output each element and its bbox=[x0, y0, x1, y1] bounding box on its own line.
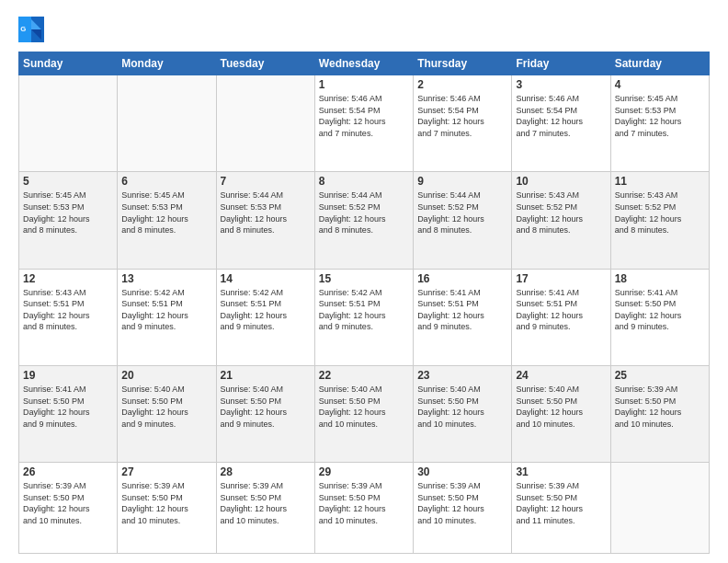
day-number: 20 bbox=[121, 369, 211, 382]
calendar-cell bbox=[118, 75, 216, 172]
calendar-week-5: 26Sunrise: 5:39 AM Sunset: 5:50 PM Dayli… bbox=[19, 463, 710, 554]
calendar-cell: 2Sunrise: 5:46 AM Sunset: 5:54 PM Daylig… bbox=[414, 75, 512, 172]
calendar-cell: 17Sunrise: 5:41 AM Sunset: 5:51 PM Dayli… bbox=[512, 269, 610, 365]
calendar-table: SundayMondayTuesdayWednesdayThursdayFrid… bbox=[18, 52, 710, 554]
calendar-cell: 9Sunrise: 5:44 AM Sunset: 5:52 PM Daylig… bbox=[414, 172, 512, 269]
day-info: Sunrise: 5:41 AM Sunset: 5:50 PM Dayligh… bbox=[23, 384, 113, 430]
svg-text:G: G bbox=[20, 25, 26, 33]
calendar-cell: 25Sunrise: 5:39 AM Sunset: 5:50 PM Dayli… bbox=[610, 365, 709, 462]
calendar-cell: 23Sunrise: 5:40 AM Sunset: 5:50 PM Dayli… bbox=[414, 365, 512, 462]
day-number: 3 bbox=[516, 78, 606, 91]
day-number: 26 bbox=[23, 465, 113, 478]
weekday-header-wednesday: Wednesday bbox=[314, 52, 413, 75]
day-info: Sunrise: 5:43 AM Sunset: 5:52 PM Dayligh… bbox=[516, 190, 606, 236]
calendar-cell bbox=[610, 463, 709, 554]
day-number: 12 bbox=[23, 272, 113, 285]
weekday-header-tuesday: Tuesday bbox=[216, 52, 314, 75]
day-info: Sunrise: 5:41 AM Sunset: 5:50 PM Dayligh… bbox=[615, 287, 705, 333]
day-number: 6 bbox=[121, 175, 211, 188]
weekday-header-sunday: Sunday bbox=[19, 52, 118, 75]
day-info: Sunrise: 5:40 AM Sunset: 5:50 PM Dayligh… bbox=[319, 384, 409, 430]
day-number: 31 bbox=[516, 465, 606, 478]
day-info: Sunrise: 5:44 AM Sunset: 5:52 PM Dayligh… bbox=[417, 190, 507, 236]
calendar-cell: 4Sunrise: 5:45 AM Sunset: 5:53 PM Daylig… bbox=[610, 75, 709, 172]
calendar-cell: 31Sunrise: 5:39 AM Sunset: 5:50 PM Dayli… bbox=[512, 463, 610, 554]
day-info: Sunrise: 5:45 AM Sunset: 5:53 PM Dayligh… bbox=[23, 190, 113, 236]
calendar-cell: 6Sunrise: 5:45 AM Sunset: 5:53 PM Daylig… bbox=[118, 172, 216, 269]
day-number: 21 bbox=[221, 369, 311, 382]
calendar-cell: 14Sunrise: 5:42 AM Sunset: 5:51 PM Dayli… bbox=[216, 269, 314, 365]
day-number: 5 bbox=[23, 175, 113, 188]
weekday-header-monday: Monday bbox=[118, 52, 216, 75]
calendar-cell bbox=[19, 75, 118, 172]
calendar-cell: 3Sunrise: 5:46 AM Sunset: 5:54 PM Daylig… bbox=[512, 75, 610, 172]
day-number: 13 bbox=[121, 272, 211, 285]
calendar-cell: 22Sunrise: 5:40 AM Sunset: 5:50 PM Dayli… bbox=[314, 365, 413, 462]
calendar-cell: 15Sunrise: 5:42 AM Sunset: 5:51 PM Dayli… bbox=[314, 269, 413, 365]
day-info: Sunrise: 5:46 AM Sunset: 5:54 PM Dayligh… bbox=[319, 93, 409, 139]
day-info: Sunrise: 5:45 AM Sunset: 5:53 PM Dayligh… bbox=[615, 93, 705, 139]
calendar-week-1: 1Sunrise: 5:46 AM Sunset: 5:54 PM Daylig… bbox=[19, 75, 710, 172]
calendar-week-4: 19Sunrise: 5:41 AM Sunset: 5:50 PM Dayli… bbox=[19, 365, 710, 462]
day-number: 29 bbox=[319, 465, 409, 478]
day-info: Sunrise: 5:41 AM Sunset: 5:51 PM Dayligh… bbox=[516, 287, 606, 333]
calendar-cell: 24Sunrise: 5:40 AM Sunset: 5:50 PM Dayli… bbox=[512, 365, 610, 462]
day-info: Sunrise: 5:46 AM Sunset: 5:54 PM Dayligh… bbox=[516, 93, 606, 139]
calendar-cell: 5Sunrise: 5:45 AM Sunset: 5:53 PM Daylig… bbox=[19, 172, 118, 269]
day-info: Sunrise: 5:40 AM Sunset: 5:50 PM Dayligh… bbox=[121, 384, 211, 430]
header: G bbox=[18, 17, 710, 42]
calendar-cell: 13Sunrise: 5:42 AM Sunset: 5:51 PM Dayli… bbox=[118, 269, 216, 365]
day-number: 16 bbox=[417, 272, 507, 285]
day-number: 9 bbox=[417, 175, 507, 188]
calendar-cell: 11Sunrise: 5:43 AM Sunset: 5:52 PM Dayli… bbox=[610, 172, 709, 269]
calendar-cell: 30Sunrise: 5:39 AM Sunset: 5:50 PM Dayli… bbox=[414, 463, 512, 554]
day-info: Sunrise: 5:42 AM Sunset: 5:51 PM Dayligh… bbox=[121, 287, 211, 333]
logo-icon: G bbox=[18, 17, 44, 42]
calendar-cell: 29Sunrise: 5:39 AM Sunset: 5:50 PM Dayli… bbox=[314, 463, 413, 554]
day-info: Sunrise: 5:45 AM Sunset: 5:53 PM Dayligh… bbox=[121, 190, 211, 236]
day-number: 8 bbox=[319, 175, 409, 188]
day-number: 15 bbox=[319, 272, 409, 285]
calendar-week-2: 5Sunrise: 5:45 AM Sunset: 5:53 PM Daylig… bbox=[19, 172, 710, 269]
calendar-cell: 27Sunrise: 5:39 AM Sunset: 5:50 PM Dayli… bbox=[118, 463, 216, 554]
calendar-cell: 18Sunrise: 5:41 AM Sunset: 5:50 PM Dayli… bbox=[610, 269, 709, 365]
day-number: 19 bbox=[23, 369, 113, 382]
calendar-cell bbox=[216, 75, 314, 172]
calendar-cell: 7Sunrise: 5:44 AM Sunset: 5:53 PM Daylig… bbox=[216, 172, 314, 269]
calendar-cell: 20Sunrise: 5:40 AM Sunset: 5:50 PM Dayli… bbox=[118, 365, 216, 462]
day-number: 14 bbox=[221, 272, 311, 285]
day-number: 4 bbox=[615, 78, 705, 91]
calendar-cell: 12Sunrise: 5:43 AM Sunset: 5:51 PM Dayli… bbox=[19, 269, 118, 365]
calendar-cell: 28Sunrise: 5:39 AM Sunset: 5:50 PM Dayli… bbox=[216, 463, 314, 554]
calendar-header-row: SundayMondayTuesdayWednesdayThursdayFrid… bbox=[19, 52, 710, 75]
day-info: Sunrise: 5:40 AM Sunset: 5:50 PM Dayligh… bbox=[516, 384, 606, 430]
day-info: Sunrise: 5:42 AM Sunset: 5:51 PM Dayligh… bbox=[319, 287, 409, 333]
day-info: Sunrise: 5:43 AM Sunset: 5:52 PM Dayligh… bbox=[615, 190, 705, 236]
calendar-week-3: 12Sunrise: 5:43 AM Sunset: 5:51 PM Dayli… bbox=[19, 269, 710, 365]
day-info: Sunrise: 5:44 AM Sunset: 5:52 PM Dayligh… bbox=[319, 190, 409, 236]
calendar-cell: 10Sunrise: 5:43 AM Sunset: 5:52 PM Dayli… bbox=[512, 172, 610, 269]
day-info: Sunrise: 5:43 AM Sunset: 5:51 PM Dayligh… bbox=[23, 287, 113, 333]
weekday-header-saturday: Saturday bbox=[610, 52, 709, 75]
day-number: 23 bbox=[417, 369, 507, 382]
day-info: Sunrise: 5:42 AM Sunset: 5:51 PM Dayligh… bbox=[221, 287, 311, 333]
calendar-cell: 1Sunrise: 5:46 AM Sunset: 5:54 PM Daylig… bbox=[314, 75, 413, 172]
day-info: Sunrise: 5:46 AM Sunset: 5:54 PM Dayligh… bbox=[417, 93, 507, 139]
day-number: 30 bbox=[417, 465, 507, 478]
day-number: 17 bbox=[516, 272, 606, 285]
day-number: 18 bbox=[615, 272, 705, 285]
day-number: 7 bbox=[221, 175, 311, 188]
day-number: 22 bbox=[319, 369, 409, 382]
day-info: Sunrise: 5:40 AM Sunset: 5:50 PM Dayligh… bbox=[417, 384, 507, 430]
day-number: 27 bbox=[121, 465, 211, 478]
day-number: 28 bbox=[221, 465, 311, 478]
logo: G bbox=[18, 17, 48, 42]
day-number: 11 bbox=[615, 175, 705, 188]
calendar-cell: 26Sunrise: 5:39 AM Sunset: 5:50 PM Dayli… bbox=[19, 463, 118, 554]
day-number: 10 bbox=[516, 175, 606, 188]
day-number: 25 bbox=[615, 369, 705, 382]
day-info: Sunrise: 5:39 AM Sunset: 5:50 PM Dayligh… bbox=[23, 480, 113, 526]
day-info: Sunrise: 5:39 AM Sunset: 5:50 PM Dayligh… bbox=[121, 480, 211, 526]
calendar-cell: 8Sunrise: 5:44 AM Sunset: 5:52 PM Daylig… bbox=[314, 172, 413, 269]
day-info: Sunrise: 5:41 AM Sunset: 5:51 PM Dayligh… bbox=[417, 287, 507, 333]
